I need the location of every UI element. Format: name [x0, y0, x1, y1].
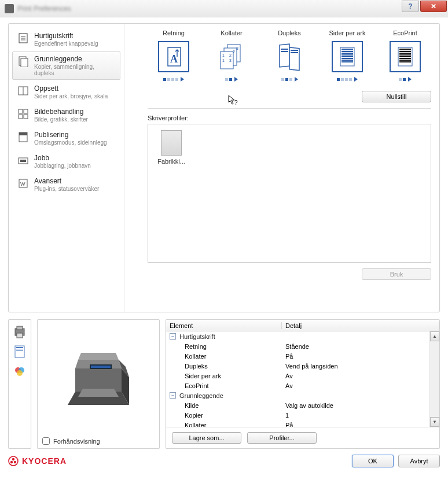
table-group[interactable]: −Hurtigutskrift [166, 331, 439, 341]
svg-rect-8 [19, 109, 23, 113]
svg-marker-69 [78, 353, 119, 360]
quick-pager[interactable] [281, 77, 298, 82]
quick-pager[interactable] [225, 77, 238, 82]
scrollbar[interactable]: ▲ ▼ [429, 331, 439, 427]
job-icon [17, 154, 30, 167]
quick-duplex[interactable]: Dupleks [263, 30, 315, 82]
profiles-list[interactable]: Fabrikki... [148, 124, 431, 263]
footer: KYOCERA OK Avbryt [0, 449, 448, 474]
table-row[interactable]: RetningStående [166, 341, 439, 351]
quick-orientation[interactable]: Retning A [148, 30, 200, 82]
svg-rect-10 [19, 115, 23, 119]
svg-rect-46 [399, 51, 411, 52]
sidebar-item-sub: Jobblagring, jobbnavn [34, 163, 91, 169]
header-detail[interactable]: Detalj [282, 322, 439, 329]
preview-checkbox[interactable]: Forhåndsvisning [38, 434, 159, 448]
svg-rect-41 [341, 58, 353, 59]
details-table[interactable]: Element Detalj −Hurtigutskrift RetningSt… [166, 320, 439, 427]
sidebar-item-label: Bildebehandling [34, 108, 88, 116]
layout-icon [17, 84, 30, 97]
svg-rect-11 [24, 115, 28, 119]
svg-rect-47 [399, 53, 411, 54]
svg-rect-13 [19, 132, 27, 135]
preview-printer-tab[interactable] [12, 323, 27, 341]
scroll-up-button[interactable]: ▲ [430, 331, 439, 341]
sidebar-item-job[interactable]: Jobb Jobblagring, jobbnavn [12, 150, 120, 172]
apply-profile-button: Bruk [362, 268, 431, 280]
svg-rect-40 [341, 56, 353, 57]
svg-text:A: A [170, 53, 178, 65]
scroll-down-button[interactable]: ▼ [430, 417, 439, 427]
table-group[interactable]: −Grunnleggende [166, 390, 439, 400]
preview-mode-tabs [8, 319, 31, 449]
svg-rect-55 [17, 326, 23, 330]
reset-button[interactable]: Nullstill [362, 91, 431, 102]
table-row[interactable]: EcoPrintAv [166, 381, 439, 390]
quick-label: Kollater [221, 30, 242, 36]
svg-rect-32 [281, 51, 288, 52]
preview-page-tab[interactable] [12, 343, 27, 360]
svg-text:W: W [20, 181, 25, 187]
svg-point-76 [14, 461, 16, 463]
collapse-icon[interactable]: − [170, 333, 176, 340]
sidebar-item-sub: Kopier, sammenligning, dupleks [34, 64, 116, 76]
svg-rect-42 [341, 60, 353, 61]
svg-rect-31 [281, 49, 288, 50]
quick-pager[interactable] [399, 77, 412, 82]
main-area: Retning A Kollater 321213 Dupleks [124, 24, 439, 312]
close-button[interactable]: ✕ [420, 1, 447, 12]
sidebar-item-label: Oppsett [34, 84, 108, 93]
svg-point-73 [9, 456, 18, 466]
kyocera-mark-icon [8, 456, 19, 466]
header-element[interactable]: Element [166, 322, 282, 329]
profiles-button[interactable]: Profiler... [247, 432, 317, 444]
table-row[interactable]: DupleksVend på langsiden [166, 361, 439, 371]
preview-checkbox-input[interactable] [42, 437, 50, 445]
quick-pager[interactable] [337, 77, 358, 82]
brand-logo: KYOCERA [8, 456, 67, 466]
sidebar-item-label: Jobb [34, 154, 91, 162]
svg-rect-34 [291, 52, 298, 53]
pagesper-icon [332, 41, 363, 72]
divider [148, 108, 431, 109]
quick-pagesper[interactable]: Sider per ark [321, 30, 373, 82]
table-row[interactable]: KildeValg av autokilde [166, 400, 439, 410]
sidebar-item-basic[interactable]: Grunnleggende Kopier, sammenligning, dup… [12, 51, 120, 80]
quick-pager[interactable] [163, 77, 184, 82]
table-row[interactable]: KollaterPå [166, 420, 439, 427]
publishing-icon [17, 131, 30, 143]
collate-icon: 321213 [216, 41, 247, 72]
table-row[interactable]: Sider per arkAv [166, 371, 439, 381]
svg-text:2: 2 [229, 53, 232, 57]
profile-item[interactable]: Fabrikki... [154, 130, 189, 165]
sidebar-item-layout[interactable]: Oppsett Sider per ark, brosjyre, skala [12, 81, 120, 103]
quick-ecoprint[interactable]: EcoPrint [379, 30, 431, 82]
ok-button[interactable]: OK [352, 455, 394, 467]
group-name: Grunnleggende [179, 392, 223, 399]
collapse-icon[interactable]: − [170, 392, 176, 399]
sidebar-item-advanced[interactable]: W Avansert Plug-ins, statusovervåker [12, 174, 120, 196]
svg-rect-56 [17, 333, 23, 338]
cancel-button[interactable]: Avbryt [398, 455, 440, 467]
svg-text:1: 1 [222, 58, 225, 62]
ecoprint-icon [390, 41, 421, 72]
help-button[interactable]: ? [402, 1, 419, 12]
svg-rect-49 [399, 56, 411, 57]
table-row[interactable]: KollaterPå [166, 351, 439, 361]
quick-collate[interactable]: Kollater 321213 [205, 30, 258, 82]
svg-rect-37 [341, 51, 353, 52]
titlebar: Print Preferences ? ✕ [0, 0, 448, 17]
svg-rect-48 [399, 54, 411, 56]
main-panel: Hurtigutskrift Egendefinert knappevalg G… [8, 23, 440, 312]
preview-color-tab[interactable] [12, 363, 27, 380]
svg-rect-43 [341, 61, 353, 62]
table-row[interactable]: Kopier1 [166, 410, 439, 420]
sidebar-item-sub: Sider per ark, brosjyre, skala [34, 93, 108, 99]
save-as-button[interactable]: Lagre som... [172, 432, 241, 444]
sidebar-item-publishing[interactable]: Publisering Omslagsmodus, sideinnlegg [12, 127, 120, 149]
sidebar-item-imaging[interactable]: Bildebehandling Bilde, grafikk, skrifter [12, 104, 120, 126]
sidebar-item-quickprint[interactable]: Hurtigutskrift Egendefinert knappevalg [12, 28, 120, 50]
svg-rect-39 [341, 54, 353, 56]
svg-rect-29 [280, 44, 289, 67]
sidebar-item-label: Avansert [34, 177, 99, 185]
